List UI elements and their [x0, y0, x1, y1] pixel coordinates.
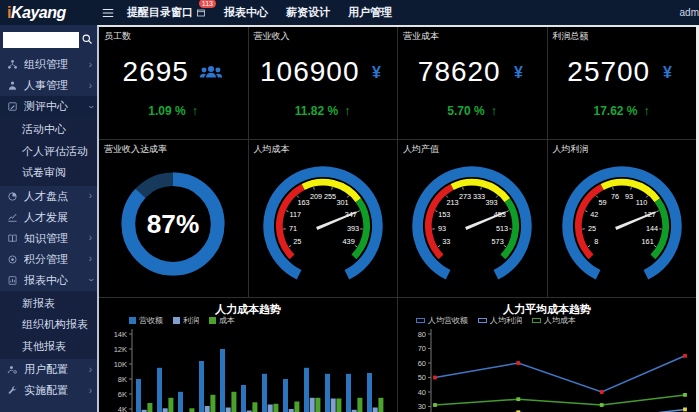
legend-item-2[interactable]: 成本 — [209, 315, 235, 326]
svg-text:25: 25 — [293, 237, 301, 246]
svg-text:439: 439 — [342, 237, 354, 246]
svg-text:71: 71 — [289, 224, 297, 233]
gauge-panel-2: 人均利润82542597693110127144161 — [548, 140, 697, 297]
sidebar-subitem-2-0[interactable]: 活动中心 — [0, 119, 97, 141]
svg-text:93: 93 — [625, 192, 633, 201]
book-icon — [7, 233, 21, 244]
sidebar-item-2[interactable]: 测评中心› — [0, 96, 97, 117]
navbar-item-label: 薪资设计 — [286, 5, 330, 20]
legend-swatch — [532, 318, 541, 323]
search-button[interactable] — [79, 32, 94, 48]
people-icon — [198, 63, 224, 81]
sidebar-item-1[interactable]: 人事管理› — [0, 75, 97, 96]
line-chart-panel: 人力平均成本趋势人均营收额人均利润人均成本80706050403020 — [398, 298, 696, 412]
sidebar-item-7[interactable]: 报表中心› — [0, 270, 97, 291]
chevron-right-icon: › — [89, 191, 92, 201]
report-icon — [7, 275, 21, 286]
sidebar-subitem-7-0[interactable]: 新报表 — [0, 293, 97, 315]
sidebar-item-6[interactable]: 积分管理› — [0, 249, 97, 270]
line-chart-panel-title: 人力平均成本趋势 — [398, 298, 696, 315]
sidebar-submenu: 新报表组织机构报表其他报表 — [0, 291, 97, 360]
svg-text:273: 273 — [459, 192, 471, 201]
donut-chart: 87% — [99, 156, 248, 292]
sidebar-item-8[interactable]: 用户配置› — [0, 359, 97, 380]
svg-text:10K: 10K — [114, 360, 127, 369]
legend-item-2[interactable]: 人均成本 — [532, 315, 576, 326]
kpi-number: 25700 — [567, 56, 650, 88]
sidebar-subitem-2-2[interactable]: 试卷审阅 — [0, 162, 97, 184]
sidebar-subitem-7-2[interactable]: 其他报表 — [0, 336, 97, 358]
search-input[interactable] — [3, 32, 79, 48]
legend-item-1[interactable]: 人均利润 — [478, 315, 522, 326]
sidebar-submenu: 活动中心个人评估活动试卷审阅 — [0, 117, 97, 186]
navbar: iKayang 提醒目录窗口113报表中心薪资设计用户管理 adm — [0, 0, 699, 25]
app-logo: iKayang — [0, 4, 97, 22]
svg-text:60: 60 — [418, 359, 426, 368]
gauge-row: 营业收入达成率87%人均成本25711171632092553013473934… — [99, 140, 696, 297]
sidebar-subitem-7-1[interactable]: 组织机构报表 — [0, 314, 97, 336]
sidebar-item-5[interactable]: 知识管理› — [0, 228, 97, 249]
sidebar-item-label: 报表中心 — [24, 273, 68, 288]
kpi-row: 员工数26951.09 %↑营业收入106900¥11.82 %↑营业成本786… — [99, 27, 696, 139]
chevron-down-icon: › — [85, 278, 95, 281]
svg-text:393: 393 — [347, 224, 359, 233]
navbar-item-3[interactable]: 用户管理 — [348, 5, 392, 20]
svg-text:¥: ¥ — [663, 64, 672, 81]
up-arrow-icon: ↑ — [491, 103, 498, 118]
gauge-chart: 82542597693110127144161 — [548, 156, 697, 292]
chevron-right-icon: › — [89, 81, 92, 91]
org-icon — [7, 59, 21, 70]
kpi-number: 106900 — [260, 56, 359, 88]
navbar-user[interactable]: adm — [680, 7, 699, 18]
svg-text:4K: 4K — [118, 405, 127, 412]
kpi-change-value: 11.82 % — [295, 104, 338, 118]
window-icon — [196, 8, 206, 18]
legend-swatch — [173, 317, 180, 324]
sidebar-item-9[interactable]: 实施配置› — [0, 380, 97, 401]
chevron-right-icon: › — [89, 233, 92, 243]
legend-label: 成本 — [219, 315, 235, 326]
sidebar-item-3[interactable]: 人才盘点› — [0, 186, 97, 207]
navbar-item-1[interactable]: 报表中心 — [224, 5, 268, 20]
legend-swatch — [478, 318, 487, 323]
gauge-chart: 3393153213273333393453513573 — [398, 156, 547, 292]
kpi-title: 营业收入 — [249, 27, 398, 43]
chevron-right-icon: › — [89, 254, 92, 264]
sidebar-item-4[interactable]: 人才发展 — [0, 207, 97, 228]
legend-label: 营收额 — [139, 315, 163, 326]
kpi-title: 营业成本 — [398, 27, 547, 43]
navbar-item-0[interactable]: 提醒目录窗口113 — [127, 5, 206, 20]
svg-text:¥: ¥ — [514, 64, 523, 81]
gauge-panel-2-title: 人均利润 — [548, 140, 697, 156]
kpi-card-3: 利润总额25700¥17.62 %↑ — [548, 27, 697, 139]
svg-text:40: 40 — [418, 388, 426, 397]
kpi-change: 5.70 %↑ — [398, 103, 547, 118]
navbar-menu: 提醒目录窗口113报表中心薪资设计用户管理 — [127, 5, 392, 20]
sidebar-item-0[interactable]: 组织管理› — [0, 54, 97, 75]
logo-text: Kayang — [11, 4, 66, 21]
svg-text:301: 301 — [336, 198, 348, 207]
kpi-change: 17.62 %↑ — [548, 103, 697, 118]
yuan-icon: ¥ — [368, 64, 385, 81]
sidebar-menu: 组织管理›人事管理›测评中心›活动中心个人评估活动试卷审阅人才盘点›人才发展知识… — [0, 54, 97, 401]
svg-text:12K: 12K — [114, 345, 127, 354]
hamburger-icon[interactable] — [101, 6, 115, 20]
legend-item-1[interactable]: 利润 — [173, 315, 199, 326]
bar-chart-panel: 人力成本趋势营收额利润成本14K12K10K8K6K4K2K0K — [99, 298, 397, 412]
legend-item-0[interactable]: 人均营收额 — [416, 315, 468, 326]
growth-icon — [7, 212, 21, 223]
svg-text:513: 513 — [496, 224, 508, 233]
gauge-panel-1: 人均产值3393153213273333393453513573 — [398, 140, 547, 297]
navbar-item-2[interactable]: 薪资设计 — [286, 5, 330, 20]
line-chart: 80706050403020 — [398, 326, 696, 412]
person-icon — [7, 80, 21, 91]
legend-item-0[interactable]: 营收额 — [129, 315, 163, 326]
legend-swatch — [209, 317, 216, 324]
svg-text:333: 333 — [473, 192, 485, 201]
svg-text:209: 209 — [310, 192, 322, 201]
legend-label: 人均利润 — [490, 315, 522, 326]
svg-text:8: 8 — [594, 237, 598, 246]
gauge-panel-0-title: 人均成本 — [249, 140, 398, 156]
sidebar-subitem-2-1[interactable]: 个人评估活动 — [0, 141, 97, 163]
kpi-change-value: 5.70 % — [447, 104, 484, 118]
